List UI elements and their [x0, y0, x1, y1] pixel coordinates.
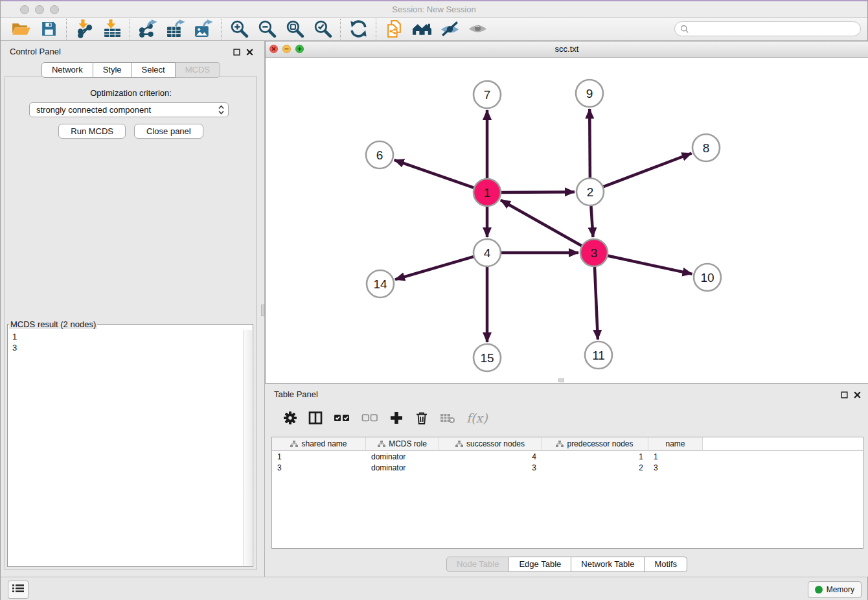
edge-2-9[interactable]	[589, 109, 590, 178]
tab-style[interactable]: Style	[93, 62, 132, 78]
table-row[interactable]: 1dominator411	[272, 451, 863, 462]
close-panel-icon[interactable]	[246, 47, 253, 58]
node-9[interactable]: 9	[576, 80, 603, 107]
dropdown-chevrons-icon	[218, 105, 224, 115]
function-builder-button[interactable]: f(x)	[466, 411, 488, 425]
column-header-name[interactable]: name	[648, 437, 703, 451]
edge-3-11[interactable]	[595, 267, 598, 340]
table-panel: Table Panel f(x) shared nameMCDS rolesuc…	[265, 384, 868, 577]
table-tab-edge-table[interactable]: Edge Table	[509, 557, 571, 572]
edge-4-14[interactable]	[395, 257, 474, 279]
table-tab-motifs[interactable]: Motifs	[645, 557, 687, 572]
zoom-fit-button[interactable]	[281, 18, 309, 40]
edge-1-6[interactable]	[394, 160, 474, 188]
edge-2-3[interactable]	[591, 206, 593, 237]
cell-successor-nodes[interactable]: 4	[439, 452, 542, 461]
zoom-selected-button[interactable]	[309, 18, 337, 40]
table-tab-network-table[interactable]: Network Table	[571, 557, 645, 572]
edge-3-1[interactable]	[501, 200, 582, 246]
export-image-button[interactable]	[190, 18, 218, 40]
tab-network[interactable]: Network	[41, 62, 93, 78]
float-panel-icon[interactable]	[233, 47, 240, 58]
main-toolbar	[1, 17, 867, 41]
edge-2-8[interactable]	[604, 154, 692, 187]
node-3[interactable]: 3	[580, 239, 608, 266]
column-header-shared-name[interactable]: shared name	[272, 437, 366, 451]
node-14[interactable]: 14	[367, 270, 394, 297]
control-panel: Control Panel NetworkStyleSelectMCDS Opt…	[1, 41, 261, 577]
cell-MCDS-role[interactable]: dominator	[366, 463, 439, 472]
close-panel-button[interactable]: Close panel	[134, 124, 203, 139]
tab-select[interactable]: Select	[132, 62, 176, 78]
table-body: 1dominator4113dominator323	[272, 451, 863, 473]
result-scrollbar[interactable]	[243, 330, 252, 566]
export-table-button[interactable]	[162, 18, 190, 40]
toolbar-separator	[66, 19, 67, 40]
column-header-successor-nodes[interactable]: successor nodes	[439, 437, 542, 451]
search-input[interactable]	[674, 21, 861, 36]
save-session-button[interactable]	[35, 18, 63, 40]
network-canvas[interactable]: 1234678910111415	[266, 58, 868, 383]
cell-name[interactable]: 3	[648, 463, 703, 472]
select-all-columns-button[interactable]	[334, 413, 350, 423]
cell-name[interactable]: 1	[648, 452, 703, 461]
run-mcds-button[interactable]: Run MCDS	[58, 124, 126, 139]
column-header-predecessor-nodes[interactable]: predecessor nodes	[542, 437, 648, 451]
column-tree-icon	[556, 441, 564, 448]
cell-successor-nodes[interactable]: 3	[439, 463, 542, 472]
node-2[interactable]: 2	[577, 178, 604, 205]
cell-MCDS-role[interactable]: dominator	[366, 452, 439, 461]
column-tree-icon	[455, 441, 463, 448]
export-network-button[interactable]	[134, 18, 162, 40]
node-10[interactable]: 10	[694, 264, 721, 291]
node-6[interactable]: 6	[366, 141, 393, 168]
table-settings-button[interactable]	[283, 411, 297, 425]
hide-details-button[interactable]	[436, 18, 464, 40]
import-table-button[interactable]	[98, 18, 126, 40]
close-table-panel-icon[interactable]	[854, 389, 861, 401]
cell-shared-name[interactable]: 1	[272, 452, 366, 461]
float-table-panel-icon[interactable]	[841, 389, 848, 401]
open-file-button[interactable]	[7, 18, 35, 40]
home-button[interactable]	[408, 18, 436, 40]
zoom-in-button[interactable]	[225, 18, 253, 40]
optimization-dropdown[interactable]: strongly connected component	[29, 102, 229, 117]
table-tab-node-table[interactable]: Node Table	[446, 557, 510, 572]
node-8[interactable]: 8	[692, 134, 720, 161]
node-7[interactable]: 7	[474, 81, 501, 108]
node-label: 4	[484, 246, 491, 260]
node-1[interactable]: 1	[474, 179, 501, 206]
copy-network-button[interactable]	[380, 18, 408, 40]
node-15[interactable]: 15	[474, 344, 501, 371]
memory-button[interactable]: Memory	[808, 581, 862, 598]
delete-table-button[interactable]	[440, 412, 455, 424]
show-details-button[interactable]	[464, 18, 492, 40]
log-console-button[interactable]	[8, 581, 29, 599]
cell-shared-name[interactable]: 3	[272, 463, 366, 472]
search-icon	[680, 25, 689, 36]
table-row[interactable]: 3dominator323	[272, 462, 863, 473]
node-label: 7	[484, 88, 491, 102]
app-window: Session: New Session Control Panel Netwo…	[0, 0, 868, 600]
edge-1-2[interactable]	[501, 192, 575, 192]
cell-predecessor-nodes[interactable]: 1	[542, 452, 648, 461]
column-header-MCDS-role[interactable]: MCDS role	[366, 437, 439, 451]
node-11[interactable]: 11	[585, 341, 612, 369]
network-graph[interactable]: 1234678910111415	[266, 58, 868, 383]
optimization-label: Optimization criterion:	[1, 88, 261, 98]
edge-3-10[interactable]	[608, 256, 692, 274]
network-resize-handle[interactable]	[558, 378, 564, 382]
cell-predecessor-nodes[interactable]: 2	[542, 463, 648, 472]
zoom-out-button[interactable]	[253, 18, 281, 40]
split-columns-button[interactable]	[308, 411, 323, 425]
node-4[interactable]: 4	[474, 239, 501, 266]
table-panel-title: Table Panel	[274, 389, 318, 399]
deselect-all-columns-button[interactable]	[361, 413, 378, 423]
tab-mcds[interactable]: MCDS	[176, 62, 220, 78]
splitter-handle[interactable]	[261, 305, 264, 316]
add-column-button[interactable]	[389, 411, 404, 425]
delete-column-button[interactable]	[415, 411, 429, 425]
refresh-layout-button[interactable]	[345, 18, 372, 40]
mcds-result-text[interactable]: 13	[8, 330, 244, 566]
import-network-button[interactable]	[71, 18, 98, 40]
